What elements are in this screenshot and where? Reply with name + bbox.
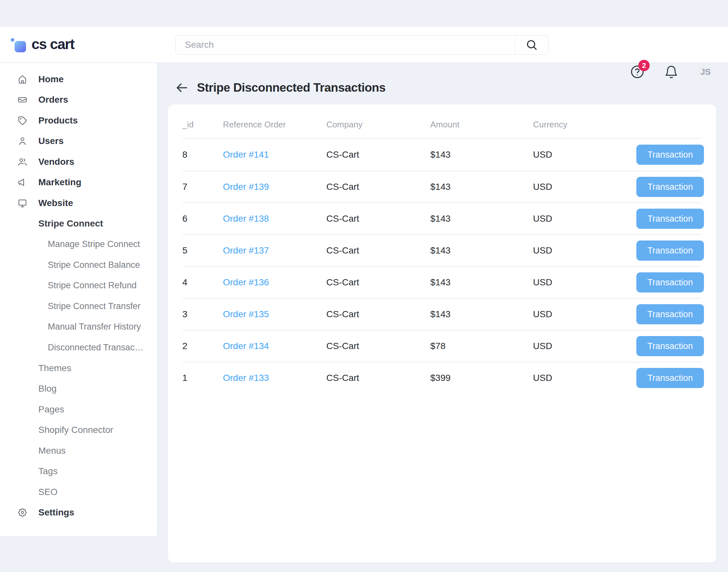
row-amount: $78 [430, 341, 533, 351]
sidebar-item-disconnected-transactions[interactable]: Disconnected Transac… [0, 337, 157, 358]
sidebar-item-blog[interactable]: Blog [0, 379, 157, 400]
row-id: 7 [182, 182, 223, 192]
order-link[interactable]: Order #136 [223, 277, 269, 287]
back-button[interactable] [175, 81, 189, 94]
row-currency: USD [533, 245, 636, 256]
arrow-left-icon [175, 81, 189, 94]
sidebar-item-stripe-connect-transfer[interactable]: Stripe Connect Transfer [0, 296, 157, 317]
sidebar-item-stripe-connect[interactable]: Stripe Connect [0, 214, 157, 234]
sidebar-item-shopify-connector[interactable]: Shopify Connector [0, 420, 157, 441]
row-company: CS-Cart [326, 373, 430, 383]
row-amount: $143 [430, 149, 533, 160]
column-header-reference-order: Reference Order [223, 120, 326, 130]
row-amount: $143 [430, 245, 533, 256]
home-icon [17, 74, 27, 84]
sidebar-item-pages[interactable]: Pages [0, 399, 157, 420]
cscart-logo-mark-icon [11, 37, 27, 53]
order-link[interactable]: Order #135 [223, 309, 269, 319]
column-header-currency: Currency [533, 120, 636, 130]
table-header-row: _id Reference Order Company Amount Curre… [182, 104, 702, 139]
sidebar-item-menus[interactable]: Menus [0, 440, 157, 461]
row-currency: USD [533, 277, 636, 288]
order-link[interactable]: Order #138 [223, 214, 269, 224]
row-company: CS-Cart [326, 277, 430, 288]
row-id: 1 [182, 373, 223, 383]
table-row: 3 Order #135 CS-Cart $143 USD Transactio… [182, 298, 702, 330]
transaction-button[interactable]: Transaction [636, 336, 704, 356]
order-link[interactable]: Order #137 [223, 245, 269, 256]
row-id: 2 [182, 341, 223, 351]
notifications-button[interactable] [664, 65, 678, 79]
row-id: 6 [182, 214, 223, 224]
table-row: 6 Order #138 CS-Cart $143 USD Transactio… [182, 203, 702, 234]
sidebar-item-tags[interactable]: Tags [0, 461, 157, 482]
transaction-button[interactable]: Transaction [636, 209, 704, 229]
logo-text: cs cart [31, 36, 74, 54]
search-bar [175, 35, 549, 55]
table-row: 7 Order #139 CS-Cart $143 USD Transactio… [182, 170, 702, 203]
row-id: 3 [182, 309, 223, 319]
sidebar-item-vendors[interactable]: Vendors [0, 151, 157, 172]
sidebar-item-seo[interactable]: SEO [0, 482, 157, 502]
table-row: 5 Order #137 CS-Cart $143 USD Transactio… [182, 234, 702, 266]
order-link[interactable]: Order #133 [223, 373, 269, 383]
sidebar-item-themes[interactable]: Themes [0, 358, 157, 379]
monitor-icon [17, 198, 27, 208]
sidebar-item-manage-stripe-connect[interactable]: Manage Stripe Connect [0, 234, 157, 255]
sidebar-item-home[interactable]: Home [0, 69, 157, 90]
row-amount: $143 [430, 309, 533, 319]
order-link[interactable]: Order #134 [223, 341, 269, 351]
page-head: Stripe Disconnected Transactions [175, 80, 385, 95]
sidebar-item-marketing[interactable]: Marketing [0, 172, 157, 193]
row-company: CS-Cart [326, 149, 430, 160]
gear-icon [17, 507, 27, 518]
column-header-amount: Amount [430, 120, 533, 130]
user-avatar[interactable]: JS [696, 62, 715, 81]
row-company: CS-Cart [326, 245, 430, 256]
sidebar-item-settings[interactable]: Settings [0, 502, 157, 523]
row-currency: USD [533, 341, 636, 351]
row-currency: USD [533, 182, 636, 192]
row-company: CS-Cart [326, 214, 430, 224]
row-currency: USD [533, 149, 636, 160]
sidebar-item-users[interactable]: Users [0, 131, 157, 152]
topbar: cs cart 2 JS [0, 27, 728, 63]
bell-icon [664, 65, 678, 79]
table-row: 2 Order #134 CS-Cart $78 USD Transaction [182, 330, 702, 362]
table-row: 8 Order #141 CS-Cart $143 USD Transactio… [182, 139, 702, 170]
table-row: 1 Order #133 CS-Cart $399 USD Transactio… [182, 362, 702, 394]
logo-dot [11, 38, 14, 42]
sidebar-item-orders[interactable]: Orders [0, 90, 157, 111]
transaction-button[interactable]: Transaction [636, 145, 704, 165]
transaction-button[interactable]: Transaction [636, 304, 704, 325]
sidebar-item-stripe-connect-balance[interactable]: Stripe Connect Balance [0, 255, 157, 276]
row-id: 5 [182, 245, 223, 256]
column-header-id: _id [182, 120, 223, 130]
megaphone-icon [17, 177, 27, 188]
row-company: CS-Cart [326, 182, 430, 192]
column-header-company: Company [326, 120, 430, 130]
sidebar-item-manual-transfer-history[interactable]: Manual Transfer History [0, 316, 157, 337]
order-link[interactable]: Order #139 [223, 182, 269, 192]
transaction-button[interactable]: Transaction [636, 240, 704, 261]
help-button[interactable]: 2 [630, 64, 645, 79]
sidebar-item-stripe-connect-refund[interactable]: Stripe Connect Refund [0, 275, 157, 296]
transaction-button[interactable]: Transaction [636, 177, 704, 197]
cscart-logo[interactable]: cs cart [11, 27, 74, 63]
transaction-button[interactable]: Transaction [636, 272, 704, 292]
sidebar-item-website[interactable]: Website [0, 193, 157, 214]
user-icon [17, 136, 27, 146]
row-company: CS-Cart [326, 309, 430, 319]
search-input[interactable] [176, 35, 515, 54]
row-amount: $399 [430, 373, 533, 383]
order-link[interactable]: Order #141 [223, 149, 269, 159]
row-currency: USD [533, 373, 636, 383]
table-row: 4 Order #136 CS-Cart $143 USD Transactio… [182, 266, 702, 298]
row-amount: $143 [430, 277, 533, 288]
sidebar-item-products[interactable]: Products [0, 110, 157, 131]
row-id: 4 [182, 277, 223, 288]
transactions-card: _id Reference Order Company Amount Curre… [168, 104, 717, 563]
search-button[interactable] [515, 35, 548, 54]
transaction-button[interactable]: Transaction [636, 368, 704, 388]
row-amount: $143 [430, 214, 533, 224]
